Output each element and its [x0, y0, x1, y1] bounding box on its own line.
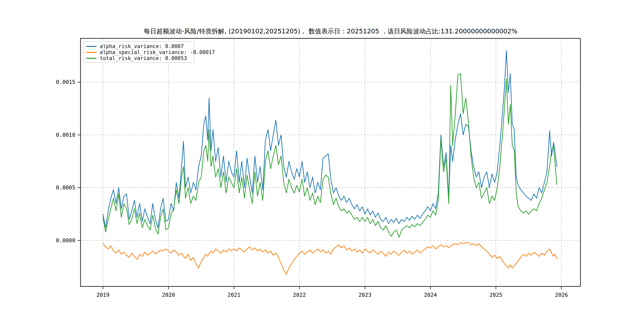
x-tick-label: 2021 — [228, 292, 240, 298]
series-line-total_risk_variance — [103, 74, 557, 238]
y-tick-label: 0.0000 — [56, 237, 75, 244]
y-tick-label: 0.0010 — [56, 132, 75, 138]
legend-line-sample-green — [86, 58, 96, 59]
x-tick-label: 2022 — [293, 292, 306, 298]
x-tick-label: 2024 — [424, 292, 437, 298]
series-line-alpha_special_risk_variance — [103, 243, 557, 274]
legend-line-sample-orange — [86, 52, 96, 53]
legend-label: alpha_special_risk_variance: -0.00017 — [100, 49, 215, 55]
y-tick-label: 0.0015 — [56, 79, 75, 85]
legend[interactable]: alpha_risk_variance: 0.0007 alpha_specia… — [83, 41, 194, 63]
legend-item-alpha-special-risk-variance[interactable]: alpha_special_risk_variance: -0.00017 — [86, 49, 191, 55]
x-tick-label: 2026 — [555, 292, 568, 298]
plot-frame — [80, 38, 580, 286]
x-tick-label: 2025 — [489, 292, 502, 298]
legend-item-alpha-risk-variance[interactable]: alpha_risk_variance: 0.0007 — [86, 43, 191, 49]
x-tick-label: 2023 — [358, 292, 371, 298]
chart-title: 每日超额波动-风险/特质拆解, (20190102,20251205)， 数值表… — [80, 27, 580, 36]
x-tick-label: 2019 — [96, 292, 109, 298]
legend-label: alpha_risk_variance: 0.0007 — [100, 43, 184, 49]
legend-label: total_risk_variance: 0.00053 — [100, 55, 187, 61]
legend-item-total-risk-variance[interactable]: total_risk_variance: 0.00053 — [86, 55, 191, 61]
x-tick-label: 2020 — [162, 292, 175, 298]
legend-line-sample-blue — [86, 46, 96, 47]
figure-canvas: 201920202021202220232024202520260.00000.… — [0, 0, 644, 322]
y-tick-label: 0.0005 — [56, 184, 75, 190]
